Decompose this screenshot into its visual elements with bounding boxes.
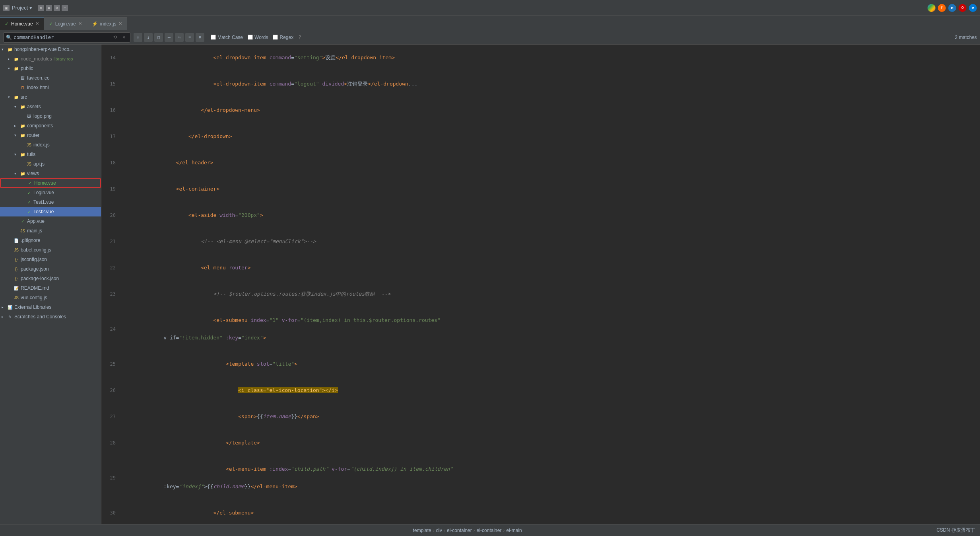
- tab-home-vue[interactable]: ✓ Home.vue ✕: [0, 17, 44, 30]
- sidebar-item-node-modules[interactable]: ▸ 📁 node_modules library roo: [0, 54, 101, 64]
- breadcrumb-sep: ›: [474, 528, 475, 533]
- logo-label: logo.png: [33, 113, 52, 119]
- add-btn[interactable]: ⊕: [38, 5, 44, 11]
- router-label: router: [27, 133, 39, 138]
- opera-icon[interactable]: O: [959, 4, 966, 12]
- sidebar-item-jsconfig[interactable]: ▸ {} jsconfig.json: [0, 255, 101, 264]
- editor-area[interactable]: 14 <el-dropdown-item command="setting">设…: [101, 45, 980, 524]
- sidebar-item-login-vue[interactable]: ▸ ✓ Login.vue: [0, 188, 101, 197]
- prev-match-btn[interactable]: ↑: [134, 33, 142, 42]
- tab-close-index[interactable]: ✕: [118, 21, 122, 26]
- find-in-path-btn[interactable]: □: [154, 33, 163, 42]
- babel-label: babel.config.js: [21, 247, 51, 253]
- line-content: <el-dropdown-item command="logout" divid…: [129, 71, 980, 97]
- tab-login-vue[interactable]: ✓ Login.vue ✕: [44, 17, 87, 30]
- sidebar-item-components[interactable]: ▸ 📁 components: [0, 121, 101, 131]
- firefox-icon[interactable]: f: [938, 4, 946, 12]
- replace-btn[interactable]: ⟷: [165, 33, 173, 42]
- sidebar-item-main-js[interactable]: ▸ JS main.js: [0, 226, 101, 236]
- line-number: 23: [101, 281, 120, 307]
- line-gutter: [120, 176, 129, 202]
- sidebar-item-api[interactable]: ▸ JS api.js: [0, 159, 101, 169]
- components-label: components: [27, 123, 53, 129]
- sidebar-item-views[interactable]: ▾ 📁 views: [0, 169, 101, 178]
- replace-all-btn[interactable]: ⇆: [175, 33, 184, 42]
- sidebar-item-logo[interactable]: ▸ 🖼 logo.png: [0, 111, 101, 121]
- breadcrumb-el-main[interactable]: el-main: [506, 528, 522, 533]
- line-number: 25: [101, 351, 120, 377]
- options-btn[interactable]: ≡: [185, 33, 194, 42]
- clear-search-btn[interactable]: ⟲: [111, 33, 119, 41]
- minimize-btn[interactable]: −: [62, 5, 68, 11]
- main-layout: ▾ 📁 hongxinben-erp-vue D:\co... ▸ 📁 node…: [0, 45, 980, 524]
- sidebar-item-src[interactable]: ▾ 📁 src: [0, 92, 101, 102]
- js-icon: JS: [20, 228, 25, 234]
- layout-btn[interactable]: ≡: [46, 5, 52, 11]
- line-gutter: [120, 228, 129, 255]
- sidebar-item-router-index[interactable]: ▸ JS index.js: [0, 140, 101, 150]
- words-option[interactable]: Words: [248, 35, 268, 40]
- sidebar-item-scratches[interactable]: ▸ ✎ Scratches and Consoles: [0, 312, 101, 322]
- project-label: Project ▾: [12, 5, 32, 11]
- close-search-btn[interactable]: ✕: [120, 33, 128, 41]
- collapse-arrow: ▾: [2, 47, 6, 51]
- settings-btn[interactable]: ⚙: [54, 5, 60, 11]
- sidebar-item-assets[interactable]: ▾ 📁 assets: [0, 102, 101, 111]
- line-content: <el-aside width="200px">: [129, 202, 980, 228]
- breadcrumb-el-container-2[interactable]: el-container: [477, 528, 502, 533]
- next-match-btn[interactable]: ↓: [144, 33, 153, 42]
- sidebar-item-public[interactable]: ▾ 📁 public: [0, 64, 101, 73]
- login-vue-label: Login.vue: [33, 190, 54, 195]
- sidebar-item-gitignore[interactable]: ▸ 📄 .gitignore: [0, 236, 101, 245]
- breadcrumb-div[interactable]: div: [436, 528, 442, 533]
- sidebar-item-vue-config[interactable]: ▸ JS vue.config.js: [0, 293, 101, 302]
- sidebar-item-router[interactable]: ▾ 📁 router: [0, 131, 101, 140]
- ext-icon: 📊: [7, 304, 13, 310]
- sidebar-item-babel[interactable]: ▸ JS babel.config.js: [0, 245, 101, 255]
- sidebar-item-favicon[interactable]: ▸ 🖼 favicon.ico: [0, 73, 101, 83]
- sidebar-item-test2-vue[interactable]: ▸ ✓ Test2.vue: [0, 207, 101, 216]
- ie-icon[interactable]: e: [969, 4, 977, 12]
- sidebar-item-package-json[interactable]: ▸ {} package.json: [0, 264, 101, 274]
- home-vue-label: Home.vue: [34, 180, 56, 186]
- chrome-icon[interactable]: [928, 4, 935, 12]
- line-number: 16: [101, 97, 120, 123]
- sidebar-item-project-root[interactable]: ▾ 📁 hongxinben-erp-vue D:\co...: [0, 45, 101, 54]
- sidebar-item-index-html[interactable]: ▸ 🗒 index.html: [0, 83, 101, 92]
- sidebar-item-app-vue[interactable]: ▸ ✓ App.vue: [0, 216, 101, 226]
- match-case-checkbox[interactable]: [211, 35, 216, 40]
- edge-icon[interactable]: e: [948, 4, 956, 12]
- code-line-14: 14 <el-dropdown-item command="setting">设…: [101, 45, 980, 71]
- line-number: 15: [101, 71, 120, 97]
- line-gutter: [120, 500, 129, 524]
- vue-icon: ✓: [49, 21, 53, 27]
- regex-checkbox[interactable]: [273, 35, 278, 40]
- code-line-18: 18 </el-header>: [101, 150, 980, 176]
- tab-close-home[interactable]: ✕: [35, 21, 39, 26]
- filter-btn[interactable]: ▼: [196, 33, 204, 42]
- breadcrumb-el-container-1[interactable]: el-container: [447, 528, 472, 533]
- sidebar-item-home-vue[interactable]: ▸ ✓ Home.vue: [0, 178, 101, 188]
- html-icon: 🗒: [20, 85, 25, 90]
- line-number: 20: [101, 202, 120, 228]
- code-line-23: 23 <!-- $router.options.routes:获取index.j…: [101, 281, 980, 307]
- sidebar-item-package-lock[interactable]: ▸ {} package-lock.json: [0, 274, 101, 283]
- code-line-26: 26 <i class="el-icon-location"></i>: [101, 377, 980, 403]
- jsconfig-label: jsconfig.json: [21, 257, 47, 262]
- words-checkbox[interactable]: [248, 35, 253, 40]
- search-input-wrap[interactable]: 🔍 ⟲ ✕: [3, 32, 130, 43]
- tab-close-login[interactable]: ✕: [78, 21, 82, 26]
- sidebar-item-external-libs[interactable]: ▸ 📊 External Libraries: [0, 302, 101, 312]
- tab-index-js[interactable]: ⚡ index.js ✕: [87, 17, 128, 30]
- sidebar-item-readme[interactable]: ▸ 📝 README.md: [0, 283, 101, 293]
- js-icon: JS: [26, 161, 32, 167]
- search-input[interactable]: [14, 35, 110, 40]
- sidebar-item-test1-vue[interactable]: ▸ ✓ Test1.vue: [0, 197, 101, 207]
- line-number: 29: [101, 456, 120, 500]
- sidebar-item-tuils[interactable]: ▾ 📁 tuils: [0, 150, 101, 159]
- match-case-option[interactable]: Match Case: [211, 35, 243, 40]
- vue-icon: ✓: [27, 180, 33, 186]
- title-bar: ▣ Project ▾ ⊕ ≡ ⚙ − f e O e: [0, 0, 980, 16]
- breadcrumb-template[interactable]: template: [413, 528, 431, 533]
- regex-option[interactable]: Regex: [273, 35, 293, 40]
